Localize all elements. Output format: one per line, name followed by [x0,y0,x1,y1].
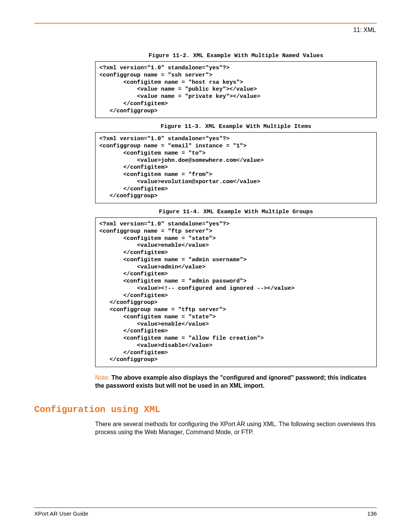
footer-rule [34,507,377,508]
header-rule [34,23,377,24]
code-box-1: <?xml version="1.0" standalone="yes"?> <… [95,61,377,118]
code-box-2: <?xml version="1.0" standalone="yes"?> <… [95,132,377,203]
page: 11: XML Figure 11-2. XML Example With Mu… [0,0,411,532]
page-number: 136 [367,510,377,517]
figure-caption-2: Figure 11-3. XML Example With Multiple I… [95,123,377,130]
section-heading: Configuration using XML [34,404,377,415]
code-box-3: <?xml version="1.0" standalone="yes"?> <… [95,217,377,367]
content-column: Figure 11-2. XML Example With Multiple N… [95,53,377,390]
section-body: There are several methods for configurin… [95,420,377,436]
figure-caption-3: Figure 11-4. XML Example With Multiple G… [95,209,377,215]
footer: XPort AR User Guide 136 [34,507,377,517]
footer-row: XPort AR User Guide 136 [34,510,377,517]
note-block: Note: The above example also displays th… [95,374,377,390]
note-label: Note: [95,374,110,381]
note-text: The above example also displays the "con… [95,374,366,389]
section-body-wrap: There are several methods for configurin… [95,420,377,436]
figure-caption-1: Figure 11-2. XML Example With Multiple N… [95,53,377,59]
chapter-label: 11: XML [34,27,377,34]
footer-title: XPort AR User Guide [34,510,88,517]
